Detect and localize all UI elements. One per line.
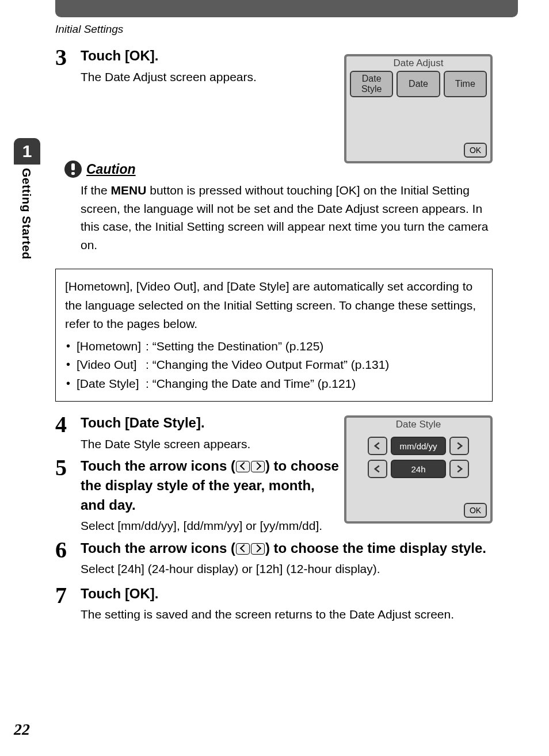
step-number: 4 (55, 413, 81, 436)
info-label: [Date Style] (77, 375, 146, 394)
step-number: 3 (55, 46, 81, 69)
time-format-value: 24h (391, 460, 446, 478)
info-ref: : “Changing the Date and Time” (p.121) (146, 377, 356, 390)
step-desc: The setting is saved and the screen retu… (81, 605, 493, 624)
info-label: [Video Out] (77, 356, 146, 375)
ok-button[interactable]: OK (464, 503, 487, 518)
date-style-button[interactable]: Date Style (350, 71, 393, 97)
menu-word: MENU (111, 184, 147, 197)
arrow-left-icon[interactable] (368, 460, 387, 478)
title-pre: Touch the arrow icons ( (81, 458, 235, 474)
arrow-left-icon (236, 543, 250, 555)
ok-button[interactable]: OK (464, 143, 487, 158)
info-item-datestyle: [Date Style]: “Changing the Date and Tim… (65, 375, 483, 394)
info-ref: : “Setting the Destination” (p.125) (146, 339, 323, 353)
side-tab: 1 Getting Started (14, 138, 40, 259)
arrow-left-icon[interactable] (368, 437, 387, 455)
step-3: 3 Touch [OK]. The Date Adjust screen app… (55, 46, 493, 86)
step-desc: Select [mm/dd/yy], [dd/mm/yy] or [yy/mm/… (81, 517, 340, 535)
step-number: 7 (55, 584, 81, 607)
step-title: Touch the arrow icons () to choose the d… (81, 456, 340, 514)
time-format-row: 24h (346, 460, 490, 478)
date-format-value: mm/dd/yy (391, 437, 446, 455)
caution-title: Caution (86, 162, 136, 177)
chapter-number: 1 (14, 138, 40, 165)
time-button[interactable]: Time (444, 71, 487, 97)
chapter-label: Getting Started (14, 165, 33, 259)
running-head: Initial Settings (55, 23, 123, 36)
step-number: 5 (55, 456, 81, 479)
info-item-videoout: [Video Out]: “Changing the Video Output … (65, 356, 483, 375)
caution-icon (64, 161, 82, 178)
date-style-screen: Date Style mm/dd/yy 24h OK (344, 415, 493, 524)
arrow-right-icon[interactable] (449, 460, 469, 478)
info-ref: : “Changing the Video Output Format” (p.… (146, 358, 389, 371)
step-title: Touch [OK]. (81, 584, 493, 604)
arrow-left-icon (236, 461, 250, 472)
step-7: 7 Touch [OK]. The setting is saved and t… (55, 584, 493, 624)
caution-body: If the MENU button is pressed without to… (81, 181, 493, 254)
screen-title: Date Adjust (346, 56, 490, 71)
date-adjust-screen: Date Adjust Date Style Date Time OK (344, 54, 493, 163)
info-box: [Hometown], [Video Out], and [Date Style… (55, 269, 493, 402)
step-desc: The Date Style screen appears. (81, 435, 340, 453)
arrow-right-icon[interactable] (449, 437, 469, 455)
info-item-hometown: [Hometown]: “Setting the Destination” (p… (65, 337, 483, 356)
title-post: ) to choose the time display style. (265, 540, 486, 556)
step-title: Touch the arrow icons () to choose the t… (81, 539, 493, 558)
top-bar (55, 0, 518, 17)
step-desc: Select [24h] (24-hour display) or [12h] … (81, 560, 493, 578)
screen-title: Date Style (346, 418, 490, 432)
date-format-row: mm/dd/yy (346, 437, 490, 455)
arrow-right-icon (251, 543, 265, 555)
caution-text-pre: If the (81, 184, 111, 197)
step-number: 6 (55, 539, 81, 562)
title-pre: Touch the arrow icons ( (81, 540, 235, 556)
page-number: 22 (14, 720, 30, 739)
info-intro: [Hometown], [Video Out], and [Date Style… (65, 277, 483, 334)
step-6: 6 Touch the arrow icons () to choose the… (55, 539, 493, 578)
date-button[interactable]: Date (396, 71, 440, 97)
info-label: [Hometown] (77, 337, 146, 356)
arrow-right-icon (251, 461, 265, 472)
step-title: Touch [Date Style]. (81, 413, 340, 433)
